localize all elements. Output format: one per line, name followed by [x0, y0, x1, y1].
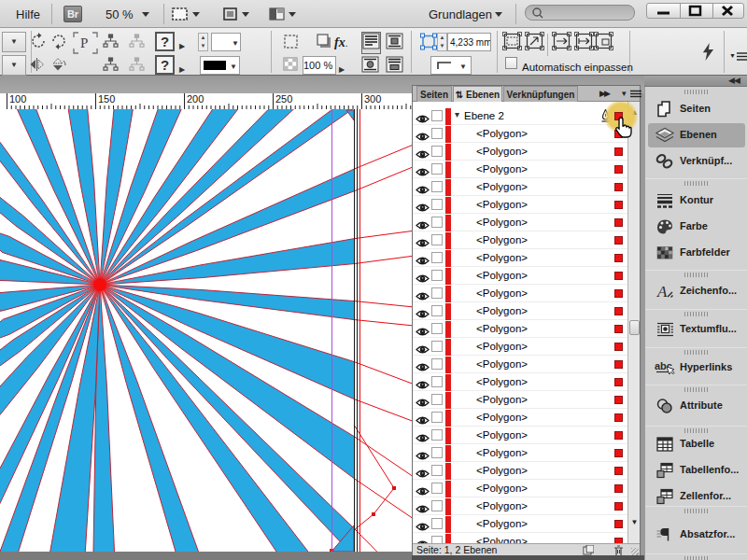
svg-text:200: 200: [187, 93, 204, 105]
svg-text:250: 250: [275, 93, 292, 105]
svg-text:A: A: [656, 283, 668, 301]
svg-text:P: P: [80, 35, 88, 50]
svg-text:100: 100: [9, 93, 26, 105]
svg-text:150: 150: [98, 93, 115, 105]
svg-text:300: 300: [364, 93, 381, 105]
